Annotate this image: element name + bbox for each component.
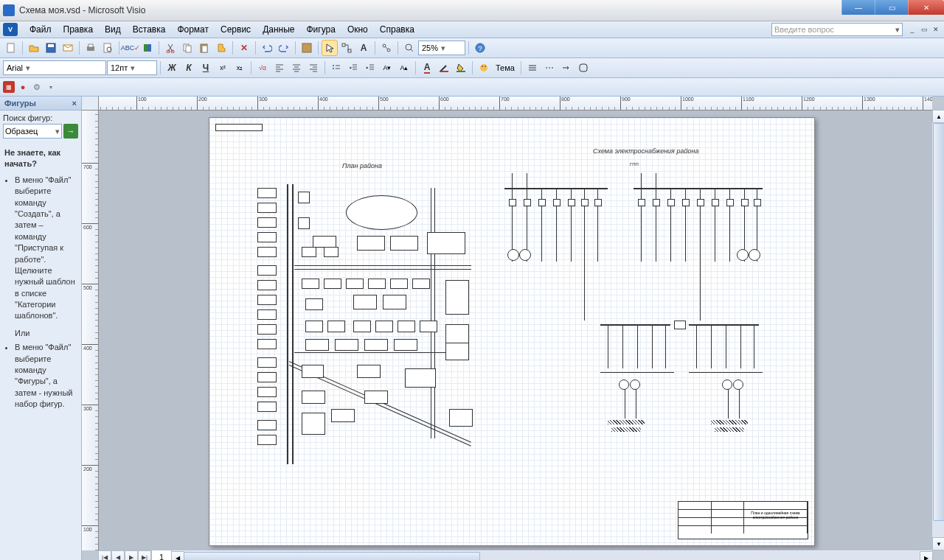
menu-data[interactable]: Данные (257, 23, 300, 36)
menu-service[interactable]: Сервис (215, 23, 257, 36)
format-toolbar: Arial 12пт Ж К Ч x² x₂ √α A▾ A▴ A Тема (0, 58, 944, 78)
pointer-tool-button[interactable] (322, 40, 338, 56)
mdi-close-button[interactable]: ✕ (931, 24, 941, 35)
svg-point-30 (485, 66, 486, 67)
spelling-button[interactable]: ABC✓ (122, 40, 139, 56)
bold-button[interactable]: Ж (164, 60, 180, 76)
menu-window[interactable]: Окно (341, 23, 374, 36)
print-button[interactable] (83, 40, 99, 56)
open-button[interactable] (26, 40, 42, 56)
zoom-combo[interactable]: 25% (418, 41, 465, 55)
window-close-button[interactable]: ✕ (908, 0, 944, 15)
align-left-button[interactable] (271, 60, 288, 76)
increase-font-button[interactable]: A▴ (396, 60, 412, 76)
line-color-button[interactable] (436, 60, 452, 76)
menu-help[interactable]: Справка (374, 23, 420, 36)
theme-icon[interactable] (476, 60, 492, 76)
help-question-input[interactable]: Введите вопрос (771, 23, 903, 36)
fill-color-button[interactable] (453, 60, 469, 76)
horizontal-scroll-track[interactable]: ◀ ▶ (184, 551, 920, 560)
decrease-indent-button[interactable] (345, 60, 361, 76)
window-title: Схема моя.vsd - Microsoft Visio (19, 5, 145, 15)
mdi-restore-button[interactable]: ▭ (919, 24, 929, 35)
align-center-button[interactable] (288, 60, 305, 76)
line-weight-button[interactable] (524, 60, 541, 76)
menu-edit[interactable]: Правка (58, 23, 100, 36)
scroll-left-arrow-icon[interactable]: ◀ (171, 551, 184, 560)
save-button[interactable] (43, 40, 59, 56)
connect-shapes-button[interactable] (378, 40, 395, 56)
shapes-search-go-button[interactable]: → (63, 124, 78, 139)
horizontal-scroll-thumb[interactable] (184, 552, 480, 560)
connector-tool-button[interactable] (339, 40, 355, 56)
superscript-button[interactable]: x² (215, 60, 231, 76)
menu-file[interactable]: Файл (24, 23, 58, 36)
undo-button[interactable] (259, 40, 275, 56)
drawing-toolbar: ▦ ● ⚙ ▾ (0, 78, 944, 97)
menu-shape[interactable]: Фигура (300, 23, 341, 36)
print-preview-button[interactable] (100, 40, 116, 56)
shapes-window-button[interactable] (299, 40, 315, 56)
cut-button[interactable] (162, 40, 178, 56)
scroll-right-arrow-icon[interactable]: ▶ (920, 551, 933, 560)
font-color-button[interactable]: A (419, 60, 435, 76)
page-tab-1[interactable]: 1 (151, 550, 172, 560)
vertical-scrollbar[interactable]: ▲ ▼ (932, 110, 944, 550)
theme-label[interactable]: Тема (493, 63, 518, 72)
research-button[interactable] (139, 40, 156, 56)
increase-indent-button[interactable] (362, 60, 378, 76)
canvas-viewport[interactable]: План района Схема электроснабжения район… (98, 110, 932, 550)
redo-button[interactable] (276, 40, 292, 56)
scroll-up-arrow-icon[interactable]: ▲ (932, 110, 944, 123)
dropdown-arrow-icon[interactable]: ▾ (45, 81, 57, 93)
align-right-button[interactable] (305, 60, 322, 76)
corner-rounding-button[interactable] (575, 60, 591, 76)
svg-rect-26 (440, 71, 448, 72)
text-tool-button[interactable]: A (355, 40, 372, 56)
visio-doc-icon (3, 4, 15, 16)
prev-page-button[interactable]: ◀ (111, 550, 125, 560)
vertical-scroll-thumb[interactable] (933, 123, 944, 521)
italic-button[interactable]: К (181, 60, 197, 76)
font-combo[interactable]: Arial (3, 60, 106, 75)
pdf-icon[interactable]: ▦ (3, 81, 15, 93)
horizontal-scrollbar-area: |◀ ◀ ▶ ▶| 1 ◀ ▶ (98, 550, 932, 560)
line-pattern-button[interactable] (541, 60, 558, 76)
shapes-panel-close-button[interactable]: × (72, 99, 77, 108)
copy-button[interactable] (179, 40, 195, 56)
drawing-title-block: План и однолинейная схема электроснабжен… (678, 501, 808, 539)
equation-button[interactable]: √α (254, 60, 271, 76)
format-painter-button[interactable] (213, 40, 229, 56)
office-button[interactable]: V (3, 23, 18, 36)
mdi-minimize-button[interactable]: _ (907, 24, 917, 35)
next-page-button[interactable]: ▶ (125, 550, 138, 560)
subscript-button[interactable]: x₂ (232, 60, 248, 76)
window-maximize-button[interactable]: ▭ (875, 0, 908, 15)
scroll-down-arrow-icon[interactable]: ▼ (932, 537, 944, 550)
email-button[interactable] (60, 40, 76, 56)
delete-button[interactable]: ✕ (236, 40, 252, 56)
bullets-button[interactable] (328, 60, 344, 76)
line-ends-button[interactable] (558, 60, 575, 76)
new-button[interactable] (3, 40, 19, 56)
menu-insert[interactable]: Вставка (127, 23, 172, 36)
drawing-page[interactable]: План района Схема электроснабжения район… (209, 117, 815, 546)
first-page-button[interactable]: |◀ (98, 550, 111, 560)
font-size-combo[interactable]: 12пт (107, 60, 157, 75)
svg-rect-2 (48, 44, 54, 47)
help-button[interactable]: ? (472, 40, 488, 56)
decrease-font-button[interactable]: A▾ (379, 60, 395, 76)
record-icon[interactable]: ● (17, 81, 29, 93)
menu-view[interactable]: Вид (99, 23, 127, 36)
window-minimize-button[interactable]: — (841, 0, 875, 15)
menu-format[interactable]: Формат (171, 23, 215, 36)
svg-point-24 (333, 65, 334, 66)
underline-button[interactable]: Ч (198, 60, 214, 76)
zoom-tool-button[interactable] (401, 40, 417, 56)
paste-button[interactable] (196, 40, 212, 56)
settings-gear-icon[interactable]: ⚙ (31, 81, 43, 93)
horizontal-ruler[interactable]: 0100200300400500600700800900100011001200… (98, 97, 932, 111)
last-page-button[interactable]: ▶| (138, 550, 151, 560)
vertical-ruler[interactable]: 8007006005004003002001000 (82, 110, 99, 550)
shapes-search-input[interactable]: Образец (3, 124, 62, 139)
